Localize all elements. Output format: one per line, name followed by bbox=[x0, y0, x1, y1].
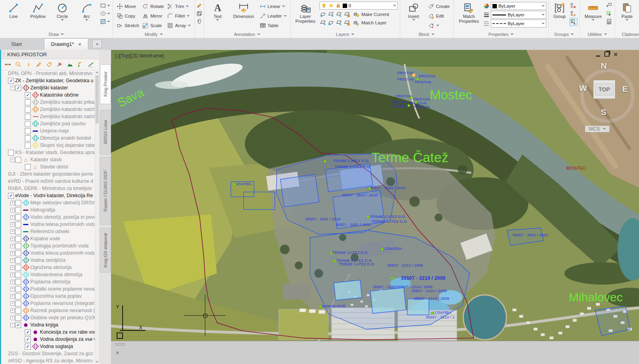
tree-scrollbar[interactable]: ▲ ▼ bbox=[95, 70, 99, 364]
layer-checkbox[interactable]: ✓ bbox=[8, 78, 14, 84]
tree-item[interactable]: −⌂Kataster stavb bbox=[1, 156, 95, 163]
dimension-button[interactable]: Dimension bbox=[230, 1, 257, 19]
command-line-dock[interactable]: ✕ Command: *Cancel* Command: g4clyvis G4… bbox=[111, 341, 639, 364]
expand-icon[interactable]: + bbox=[10, 258, 15, 263]
expand-icon[interactable]: + bbox=[10, 201, 15, 205]
tree-item[interactable]: RABA, GERK - Ministrstvo za kmetijstv bbox=[1, 185, 95, 192]
tree-item[interactable]: ✓Vodna dovoljenja za vse vrst bbox=[1, 336, 95, 343]
move-button[interactable]: Move bbox=[115, 2, 141, 11]
circle-button[interactable]: Circle bbox=[51, 1, 74, 21]
tree-item[interactable]: ⌂Stavbe obrisi bbox=[1, 163, 95, 170]
layer-checkbox[interactable] bbox=[15, 214, 21, 220]
layer-select[interactable]: 0 bbox=[320, 2, 398, 10]
tree-item[interactable]: +Meje sektorjev območij DRSV bbox=[1, 199, 95, 206]
edit-polyline-button[interactable] bbox=[196, 2, 203, 9]
scale-button[interactable]: Scale bbox=[141, 21, 165, 30]
tree-item[interactable]: +Poplavna območja bbox=[1, 278, 95, 285]
polyline-button[interactable]: Polyline bbox=[26, 1, 50, 19]
array-button[interactable]: Array bbox=[165, 21, 192, 30]
panel-title-block[interactable]: Block bbox=[402, 30, 452, 38]
layer-manager-icon[interactable] bbox=[4, 61, 11, 68]
define-attributes-button[interactable] bbox=[427, 21, 452, 30]
group-button[interactable]: Group bbox=[551, 1, 568, 19]
tree-item[interactable]: −✓Zemljiški kataster bbox=[1, 84, 95, 91]
compass-north[interactable]: N bbox=[601, 61, 607, 71]
dimension-tool-icon[interactable] bbox=[56, 61, 63, 68]
linear-button[interactable]: Linear bbox=[258, 2, 288, 11]
expand-icon[interactable]: + bbox=[10, 301, 15, 306]
compass-west[interactable]: W bbox=[579, 83, 587, 93]
tree-item[interactable]: +Poplavna nevarnost (Integralna bbox=[1, 300, 95, 307]
label-icon[interactable] bbox=[46, 61, 53, 68]
tree-item[interactable]: Skupni sloj dejanske rabe ze bbox=[1, 142, 95, 149]
layer-checkbox[interactable] bbox=[15, 279, 21, 285]
explode-button[interactable] bbox=[196, 10, 203, 17]
tree-item[interactable]: +Vodni območji, porečja in povo bbox=[1, 214, 95, 221]
expand-icon[interactable]: + bbox=[10, 215, 15, 220]
expand-icon[interactable]: + bbox=[10, 273, 15, 277]
panel-title-clipboard[interactable]: Clipboard bbox=[617, 30, 639, 38]
trim-button[interactable]: Trim bbox=[165, 2, 192, 11]
expand-icon[interactable]: + bbox=[10, 222, 15, 227]
tree-item[interactable]: Urejene meje bbox=[1, 127, 95, 135]
expand-icon[interactable]: + bbox=[10, 280, 15, 284]
tree-item[interactable]: Zemljiško katastrski načrt bbox=[1, 106, 95, 113]
layer-checkbox[interactable] bbox=[15, 315, 21, 321]
layer-checkbox[interactable] bbox=[15, 308, 21, 314]
layer-checkbox[interactable] bbox=[15, 257, 21, 263]
info-icon[interactable]: i bbox=[25, 61, 32, 68]
rotate-button[interactable]: Rotate bbox=[141, 2, 165, 11]
tree-item[interactable]: +Vodna telesa površinskih voda bbox=[1, 221, 95, 228]
restore-icon[interactable] bbox=[604, 52, 609, 57]
layer-checkbox[interactable] bbox=[25, 121, 31, 127]
tree-item[interactable]: +Globine vode pri pretoku Q100 bbox=[1, 314, 95, 321]
tree-item[interactable]: ✓ZK - Zemljiški kataster, Geodetska u bbox=[1, 77, 95, 84]
ungroup-button[interactable] bbox=[570, 2, 577, 9]
layer-checkbox[interactable] bbox=[15, 222, 21, 228]
sidetab-king-prostor[interactable]: King.Prostor bbox=[100, 64, 111, 104]
expand-icon[interactable]: + bbox=[10, 309, 15, 313]
expand-icon[interactable]: + bbox=[10, 287, 15, 291]
expand-icon[interactable]: + bbox=[10, 229, 15, 234]
tree-item[interactable]: ✓eVode - Vodni kataster, Direkcija Re bbox=[1, 192, 95, 199]
expand-icon[interactable]: + bbox=[10, 265, 15, 270]
layer-unisolate-icon[interactable] bbox=[327, 11, 334, 18]
layer-checkbox[interactable]: ✓ bbox=[25, 344, 31, 350]
new-tab-button[interactable]: + bbox=[92, 40, 102, 48]
scroll-up-icon[interactable]: ▲ bbox=[95, 71, 99, 73]
view-cube[interactable]: N W E S TOP bbox=[577, 63, 631, 123]
line-button[interactable]: Line bbox=[2, 1, 25, 19]
compass-south[interactable]: S bbox=[601, 107, 606, 117]
drawing-viewport[interactable]: [-][Top][2D Wireframe] ✕ N W E S TOP WCS bbox=[111, 50, 639, 341]
tree-item[interactable]: ✓Katastrske občine bbox=[1, 91, 95, 99]
expand-icon[interactable]: + bbox=[10, 251, 15, 255]
make-current-button[interactable]: Make Current bbox=[351, 10, 391, 18]
layer-checkbox[interactable] bbox=[15, 265, 21, 271]
wms-icon[interactable] bbox=[77, 61, 84, 68]
layer-isolate-icon[interactable] bbox=[320, 11, 326, 18]
layer-lock-tool-icon[interactable] bbox=[343, 11, 350, 18]
collapse-icon[interactable]: − bbox=[10, 323, 15, 327]
edit-icon[interactable] bbox=[36, 61, 42, 68]
match-layer-button[interactable]: Match Layer bbox=[351, 19, 388, 26]
tree-item[interactable]: +Tipologija površinskih voda bbox=[1, 242, 95, 249]
layer-checkbox[interactable] bbox=[15, 250, 21, 256]
tree-item[interactable]: +Vodovarstvena območja bbox=[1, 271, 95, 278]
palette-header[interactable]: KING.PROSTOR bbox=[1, 50, 99, 59]
layer-freeze-icon[interactable] bbox=[335, 11, 342, 18]
tree-item[interactable]: DPN, OPN - Prostorski akti, Ministrstvo bbox=[1, 70, 95, 77]
expand-icon[interactable]: + bbox=[10, 294, 15, 299]
tree-item[interactable]: +Podatki ocene poplavne nevarn bbox=[1, 285, 95, 293]
layer-checkbox[interactable] bbox=[8, 150, 14, 156]
tab-drawing1[interactable]: Drawing1* ✕ bbox=[44, 38, 88, 50]
tree-item[interactable]: Zemljišče pod stavbo bbox=[1, 120, 95, 127]
tree-item[interactable]: ZGS - Gozdovi Slovenije, Zavod za goz bbox=[1, 350, 95, 357]
layer-checkbox[interactable]: ✓ bbox=[25, 329, 31, 335]
layer-checkbox[interactable] bbox=[15, 301, 21, 307]
edit-block-button[interactable]: Edit bbox=[427, 11, 452, 21]
stretch-button[interactable]: Stretch bbox=[115, 21, 141, 30]
tree-item[interactable]: Zemljiško katastrski prikaz bbox=[1, 99, 95, 106]
tree-item[interactable]: Območja enakih bonitet bbox=[1, 135, 95, 142]
quick-calculator-button[interactable] bbox=[605, 18, 613, 25]
command-grip[interactable] bbox=[115, 343, 125, 346]
